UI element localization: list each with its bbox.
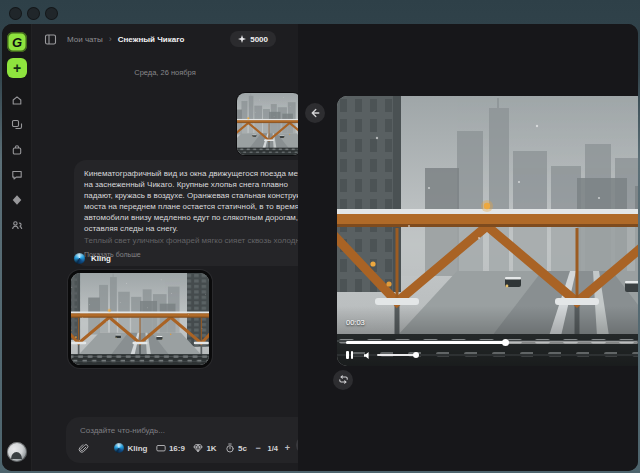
prompt-input[interactable] bbox=[80, 423, 310, 437]
duration-label: 5с bbox=[238, 444, 247, 453]
window-zoom-dot[interactable] bbox=[45, 7, 58, 20]
model-selector-label: Kling bbox=[127, 444, 147, 453]
rerun-button[interactable] bbox=[333, 370, 353, 390]
window-close-dot[interactable] bbox=[9, 7, 22, 20]
aspect-ratio-label: 16:9 bbox=[169, 444, 185, 453]
model-selector[interactable]: Kling bbox=[114, 443, 147, 453]
breadcrumb: Мои чаты › Снежный Чикаго bbox=[67, 34, 184, 44]
show-more-link[interactable]: Показать больше bbox=[84, 251, 314, 258]
repeat-icon bbox=[338, 371, 349, 389]
paperclip-icon bbox=[78, 443, 89, 454]
breadcrumb-separator: › bbox=[109, 34, 112, 44]
aspect-ratio-selector[interactable]: 16:9 bbox=[156, 443, 185, 453]
sidebar-item-messages[interactable] bbox=[11, 169, 23, 181]
window-minimize-dot[interactable] bbox=[27, 7, 40, 20]
bag-icon bbox=[11, 144, 23, 156]
composer: Kling 16:9 1K 5с bbox=[66, 417, 324, 463]
composer-controls: Kling 16:9 1K 5с bbox=[78, 440, 290, 456]
sidebar-item-assets[interactable] bbox=[11, 144, 23, 156]
volume-button[interactable] bbox=[363, 351, 372, 360]
speaker-icon bbox=[363, 351, 372, 360]
diamond-icon bbox=[11, 194, 23, 206]
chat-column: Мои чаты › Снежный Чикаго 5000 Среда, 26… bbox=[32, 24, 298, 471]
pause-icon bbox=[346, 351, 353, 359]
player-controls bbox=[346, 350, 417, 360]
user-image-thumbnail[interactable] bbox=[237, 93, 301, 155]
home-icon bbox=[11, 94, 23, 106]
user-message-bubble: Кинематографичный вид из окна движущегос… bbox=[74, 160, 324, 266]
app-window: G + bbox=[2, 24, 638, 471]
new-chat-button[interactable]: + bbox=[7, 58, 27, 78]
app-logo: G bbox=[7, 32, 27, 52]
sidebar-item-home[interactable] bbox=[11, 94, 23, 106]
back-button[interactable] bbox=[305, 103, 325, 123]
kling-logo-icon bbox=[74, 253, 85, 264]
breadcrumb-current: Снежный Чикаго bbox=[118, 35, 185, 44]
count-plus-button[interactable]: + bbox=[285, 443, 290, 453]
count-minus-button[interactable]: − bbox=[255, 443, 260, 453]
assistant-header: Kling bbox=[74, 253, 111, 264]
date-divider: Среда, 26 ноября bbox=[32, 68, 298, 77]
progress-fill bbox=[346, 341, 506, 344]
breadcrumb-parent[interactable]: Мои чаты bbox=[67, 35, 103, 44]
screen: G + bbox=[0, 0, 640, 473]
credits-badge[interactable]: 5000 bbox=[230, 31, 276, 47]
community-icon bbox=[11, 219, 23, 231]
user-avatar[interactable] bbox=[7, 442, 27, 462]
credits-value: 5000 bbox=[250, 35, 268, 44]
window-titlebar bbox=[0, 0, 640, 24]
playback-time: 00:03 bbox=[346, 318, 365, 327]
gem-icon bbox=[193, 443, 203, 453]
duration-selector[interactable]: 5с bbox=[225, 443, 247, 453]
pause-button[interactable] bbox=[346, 351, 353, 359]
comment-icon bbox=[11, 169, 23, 181]
prompt-text-faded: Теплый свет уличных фонарей мягко сияет … bbox=[84, 235, 314, 246]
sidebar: G + bbox=[2, 24, 32, 471]
assistant-model-label: Kling bbox=[91, 254, 111, 263]
quality-selector[interactable]: 1K bbox=[193, 443, 216, 453]
chats-icon bbox=[11, 119, 23, 131]
generated-video-thumbnail[interactable] bbox=[68, 270, 212, 368]
aspect-ratio-icon bbox=[156, 443, 166, 453]
attach-button[interactable] bbox=[78, 443, 89, 454]
panel-toggle-icon[interactable] bbox=[44, 33, 57, 46]
preview-panel: 00:03 bbox=[298, 24, 638, 471]
arrow-left-icon bbox=[310, 104, 320, 122]
sidebar-item-upgrade[interactable] bbox=[11, 194, 23, 206]
volume-slider[interactable] bbox=[377, 354, 417, 357]
chat-header: Мои чаты › Снежный Чикаго 5000 bbox=[32, 24, 298, 54]
sidebar-item-chats[interactable] bbox=[11, 119, 23, 131]
video-player[interactable]: 00:03 bbox=[337, 96, 638, 366]
count-indicator: 1/4 bbox=[268, 444, 278, 453]
quality-label: 1K bbox=[206, 444, 216, 453]
timer-icon bbox=[225, 443, 235, 453]
progress-handle[interactable] bbox=[502, 339, 509, 346]
progress-bar[interactable] bbox=[346, 341, 638, 344]
prompt-text: Кинематографичный вид из окна движущегос… bbox=[84, 168, 314, 234]
sidebar-item-community[interactable] bbox=[11, 219, 23, 231]
kling-logo-icon bbox=[114, 443, 124, 453]
sparkle-icon bbox=[238, 35, 246, 43]
